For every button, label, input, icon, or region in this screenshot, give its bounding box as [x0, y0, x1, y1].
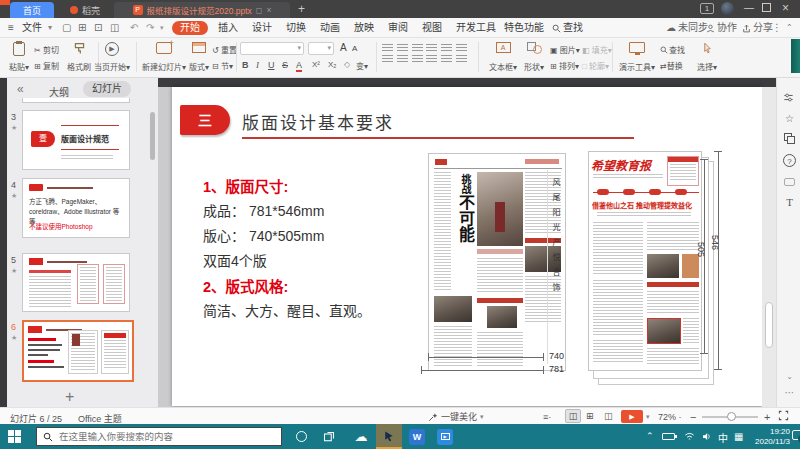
undo-icon[interactable]: ↶	[130, 21, 138, 35]
battery-icon[interactable]	[662, 433, 675, 440]
tab-design[interactable]: 设计	[252, 21, 272, 35]
collapse-panel-icon[interactable]: «	[17, 82, 24, 96]
outline-tab[interactable]: 大纲	[49, 84, 69, 99]
file-menu-arrow-icon[interactable]: ▾	[48, 21, 52, 35]
section-button[interactable]: ⊟ 节▾	[212, 60, 233, 71]
hamburger-icon[interactable]: ≡	[8, 21, 14, 35]
help-icon[interactable]: ?	[783, 154, 796, 167]
search-input[interactable]	[59, 431, 259, 442]
video-app[interactable]: ▶	[432, 424, 458, 449]
thumbnail-slide-4[interactable]: 方正飞腾、PageMaker、coreldraw、Adobe Illustrat…	[22, 178, 130, 238]
tab-transition[interactable]: 切换	[286, 21, 306, 35]
columns-icon[interactable]	[456, 55, 467, 63]
thumbnail-partial[interactable]	[22, 98, 130, 103]
volume-icon[interactable]	[701, 431, 712, 442]
layout-button[interactable]: 版式▾	[186, 40, 212, 74]
cloud-drive-app[interactable]: ☁	[348, 424, 374, 449]
layers-icon[interactable]	[783, 132, 796, 145]
history-arrow-icon[interactable]: ▾	[160, 21, 164, 35]
new-slide-button[interactable]: + 新建幻灯片▾	[140, 40, 188, 74]
increase-font-button[interactable]: A	[340, 42, 347, 53]
copy-button[interactable]: ⊞ 复制	[34, 60, 59, 71]
superscript-button[interactable]: X²	[312, 60, 320, 69]
scrollbar-thumb[interactable]	[765, 302, 773, 348]
align-right-icon[interactable]	[412, 55, 423, 63]
thumbnail-slide-5[interactable]	[22, 253, 130, 312]
print-icon[interactable]: ⊡	[94, 21, 102, 35]
tab-document[interactable]: P 报纸排版设计规范2020.pptx ◻ ×	[114, 2, 290, 18]
fit-slide-icon[interactable]	[778, 410, 789, 421]
collapse-ribbon-icon[interactable]: ⌃	[786, 21, 793, 35]
outline-button[interactable]: □ 轮廓▾	[582, 60, 609, 71]
tab-slideshow[interactable]: 放映	[354, 21, 374, 35]
distribute-icon[interactable]	[441, 55, 452, 63]
clear-format-icon[interactable]: ◇	[344, 60, 350, 69]
play-options-arrow-icon[interactable]: ▾	[646, 413, 650, 421]
new-tab-button[interactable]: +	[298, 2, 305, 16]
tab-devtools[interactable]: 开发工具	[456, 21, 496, 35]
normal-view-icon[interactable]: ◫	[565, 409, 581, 423]
favorites-star-icon[interactable]: ☆	[783, 112, 796, 125]
preview-icon[interactable]: ◫	[110, 21, 119, 35]
wifi-icon[interactable]	[684, 431, 695, 442]
notification-center-icon[interactable]: 5	[792, 430, 800, 440]
tab-insert[interactable]: 插入	[218, 21, 238, 35]
slides-tab[interactable]: 幻灯片	[83, 81, 131, 97]
text-effect-button[interactable]: 变▾	[356, 60, 368, 71]
picture-button[interactable]: ▣ 图片▾	[550, 44, 580, 55]
slide-sorter-icon[interactable]: ⊞	[586, 411, 594, 421]
ime-indicator[interactable]: 中	[718, 430, 728, 445]
font-color-button[interactable]: A	[296, 60, 302, 72]
restore-button[interactable]	[762, 3, 771, 12]
select-button[interactable]: 选择▾	[692, 40, 722, 74]
paste-button[interactable]: 粘贴▾	[4, 40, 34, 74]
minimize-button[interactable]: —	[744, 2, 754, 13]
beautify-button[interactable]: 一键美化▾	[428, 410, 484, 423]
line-spacing-icon[interactable]	[441, 44, 452, 52]
tab-animation[interactable]: 动画	[320, 21, 340, 35]
taskbar-search-box[interactable]	[36, 427, 282, 446]
zoom-slider-knob[interactable]	[727, 412, 736, 421]
tray-expand-icon[interactable]: ⌃	[646, 431, 654, 441]
strikethrough-button[interactable]: S	[282, 60, 288, 70]
newspaper-right-page[interactable]: 希望教育报 借鉴他山之石 推动管理提效益化	[588, 151, 702, 371]
body-line[interactable]: 成品： 781*546mm	[203, 200, 324, 220]
textbox-button[interactable]: A 文本框▾	[486, 40, 520, 74]
wps-writer-app[interactable]: W	[404, 424, 430, 449]
font-size-input[interactable]: ▾	[308, 42, 334, 55]
reset-button[interactable]: ↺ 重置	[212, 44, 237, 55]
collaborate-button[interactable]: 协作	[706, 21, 737, 35]
canvas-scrollbar[interactable]	[762, 87, 776, 407]
slide-title[interactable]: 版面设计基本要求	[242, 109, 394, 134]
underline-button[interactable]: U	[268, 60, 275, 70]
save-icon[interactable]: ▢	[62, 21, 71, 35]
body-line[interactable]: 简洁、大方、醒目、直观。	[203, 300, 371, 320]
zoom-level[interactable]: 72% ·	[658, 412, 682, 422]
window-count-badge[interactable]: 1	[700, 3, 714, 14]
body-line[interactable]: 版心： 740*505mm	[203, 225, 324, 245]
thumbnail-slide-6-selected[interactable]	[22, 320, 134, 382]
replace-button[interactable]: ⇄替换	[660, 60, 683, 71]
comment-icon[interactable]	[783, 176, 796, 189]
font-family-input[interactable]: ▾	[240, 42, 304, 55]
find-menu[interactable]: 查找	[552, 21, 583, 35]
text-tool-icon[interactable]: T	[783, 196, 796, 209]
pin-tab-icon[interactable]: ◻	[256, 6, 263, 15]
italic-button[interactable]: I	[256, 60, 259, 70]
body-line[interactable]: 1、版面尺寸:	[203, 175, 288, 196]
fill-button[interactable]: ◧ 填充▾	[582, 44, 612, 55]
body-line[interactable]: 双面4个版	[203, 250, 267, 270]
shapes-button[interactable]: 形状▾	[520, 40, 548, 74]
indent-increase-icon[interactable]	[426, 44, 437, 52]
presentation-tools-button[interactable]: 演示工具▾	[616, 40, 658, 74]
close-tab-icon[interactable]: ×	[267, 5, 272, 15]
tab-start[interactable]: 开始	[172, 21, 208, 35]
slideshow-play-button[interactable]: ▶	[621, 410, 643, 423]
slide-editor[interactable]: 三 版面设计基本要求 1、版面尺寸: 成品： 781*546mm 版心： 740…	[172, 87, 762, 406]
add-slide-button[interactable]: +	[65, 388, 74, 406]
active-capture-app[interactable]	[376, 424, 402, 449]
file-menu[interactable]: 文件	[22, 21, 42, 35]
subscript-button[interactable]: X₂	[328, 60, 336, 69]
justify-icon[interactable]	[426, 55, 437, 63]
export-icon[interactable]: ⊞	[78, 21, 86, 35]
